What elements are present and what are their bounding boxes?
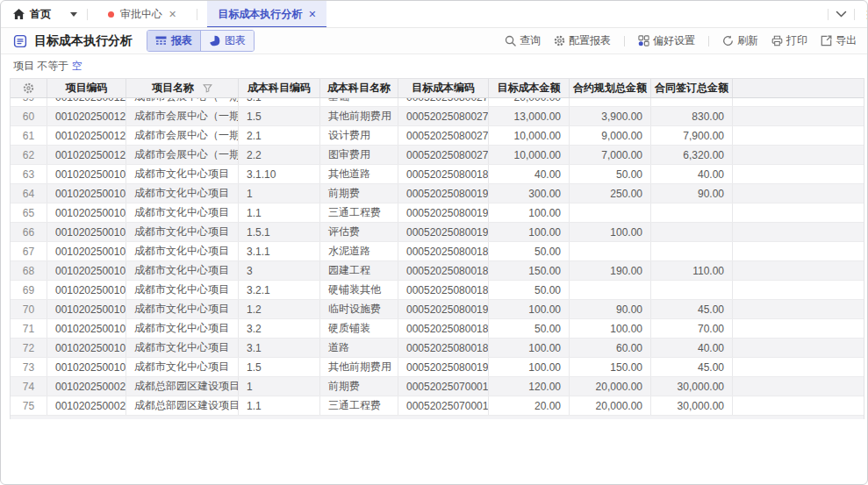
column-settings-gear-icon[interactable] [11, 79, 47, 97]
column-header-target_code[interactable]: 目标成本编码 [398, 79, 489, 97]
table-row[interactable]: 69001020250010成都市文化中心项目3.2.1硬铺装其他0005202… [11, 281, 864, 300]
cell-subject_name: 道路 [320, 339, 398, 357]
home-label: 首页 [30, 7, 51, 22]
column-header-signed_amount[interactable]: 合同签订总金额 [651, 79, 733, 97]
cell-signed_amount [651, 281, 733, 299]
table-row[interactable]: 67001020250010成都市文化中心项目3.1.1水泥道路00052025… [11, 242, 864, 261]
table-row[interactable]: 65001020250010成都市文化中心项目1.1三通工程费000520250… [11, 203, 864, 223]
tab-approval-center[interactable]: 审批中心 ✕ [97, 1, 187, 28]
filter-value-link[interactable]: 空 [72, 60, 82, 72]
home-tab[interactable]: 首页 [13, 7, 51, 22]
action-printer[interactable]: 打印 [771, 33, 807, 48]
cell-target_amount: 50.00 [489, 319, 570, 338]
filter-bar: 项目 不等于 空 [1, 54, 867, 77]
cell-blank [733, 339, 864, 357]
cell-project_code: 001020250010 [47, 281, 126, 299]
cell-blank [733, 126, 864, 145]
close-icon[interactable]: ✕ [308, 9, 316, 20]
cell-subject_code: 1.5 [239, 358, 320, 376]
tab-list-chevron-down-icon[interactable] [836, 11, 847, 18]
cell-subject_name: 图审费用 [320, 146, 398, 164]
cell-signed_amount: 30,000.00 [651, 396, 733, 415]
cell-project_name: 成都总部园区建设项目 [126, 396, 239, 415]
table-row[interactable]: 72001020250010成都市文化中心项目3.1道路000520250800… [11, 339, 864, 358]
cell-project_code: 001020250010 [47, 300, 126, 318]
cell-project_name: 成都市文化中心项目 [126, 203, 239, 222]
action-label: 偏好设置 [653, 33, 695, 48]
cell-plan_amount: 50.00 [570, 165, 651, 183]
cell-project_code: 001020250010 [47, 319, 126, 338]
cell-num: 75 [11, 396, 47, 415]
cell-target_code: 00052025080027 [398, 126, 489, 145]
view-toggle-chart[interactable]: 图表 [200, 31, 254, 51]
table-row[interactable]: 70001020250010成都市文化中心项目1.2临时设施费000520250… [11, 300, 864, 319]
action-gear[interactable]: 配置报表 [554, 33, 611, 48]
cell-plan_amount: 190.00 [570, 261, 651, 280]
cell-num: 61 [11, 126, 47, 145]
cell-project_code: 001020250010 [47, 203, 126, 222]
cell-target_amount: 100.00 [489, 358, 570, 376]
table-row[interactable]: 64001020250010成都市文化中心项目1前期费0005202508001… [11, 184, 864, 203]
cell-plan_amount: 60.00 [570, 339, 651, 357]
view-toggle: 报表 图表 [147, 30, 255, 52]
cell-signed_amount: 40.00 [651, 339, 733, 357]
table-row[interactable]: 74001020250002成都总部园区建设项目1前期费000520250700… [11, 377, 864, 396]
cell-subject_name: 其他前期费用 [320, 107, 398, 125]
table-row[interactable]: 61001020250012成都市会展中心（一期）项目2.1设计费用000520… [11, 126, 864, 146]
column-header-target_amount[interactable]: 目标成本金额 [489, 79, 570, 97]
table-row[interactable]: 68001020250010成都市文化中心项目3园建工程000520250800… [11, 261, 864, 281]
cell-subject_name: 三通工程费 [320, 396, 398, 415]
cell-project_name: 成都市文化中心项目 [126, 184, 239, 203]
table-row[interactable]: 59001020250012成都市会展中心（一期）项目3.1基础00052025… [11, 98, 864, 107]
view-toggle-report[interactable]: 报表 [147, 31, 200, 51]
column-header-label: 成本科目编码 [247, 81, 311, 96]
column-header-plan_amount[interactable]: 合约规划总金额 [570, 79, 651, 97]
column-header-project_code[interactable]: 项目编码 [47, 79, 126, 97]
cell-project_name: 成都市文化中心项目 [126, 281, 239, 299]
cell-target_code: 00052025070001 [398, 377, 489, 396]
table-row[interactable]: 66001020250010成都市文化中心项目1.5.1评估费000520250… [11, 223, 864, 242]
table-row[interactable]: 63001020250010成都市文化中心项目3.1.10其他道路0005202… [11, 165, 864, 184]
action-apps-grid[interactable]: 偏好设置 [638, 33, 695, 48]
table-row[interactable]: 71001020250010成都市文化中心项目3.2硬质铺装0005202508… [11, 319, 864, 339]
cell-project_code: 001020250002 [47, 377, 126, 396]
tab-target-cost-analysis[interactable]: 目标成本执行分析 ✕ [207, 1, 326, 28]
close-icon[interactable]: ✕ [169, 9, 176, 20]
home-caret-down-icon[interactable] [70, 12, 77, 17]
filter-funnel-icon[interactable] [203, 83, 212, 93]
column-header-subject_code[interactable]: 成本科目编码 [239, 79, 320, 97]
cell-target_amount: 100.00 [489, 203, 570, 222]
cell-target_code: 00052025080018 [398, 261, 489, 280]
action-refresh[interactable]: 刷新 [722, 33, 758, 48]
cell-subject_name: 园建工程 [320, 261, 398, 280]
cell-subject_code: 1.5.1 [239, 223, 320, 241]
cell-blank [733, 98, 864, 106]
cell-subject_code: 1.1 [239, 396, 320, 415]
cell-num: 68 [11, 261, 47, 280]
cell-subject_name: 硬铺装其他 [320, 281, 398, 299]
cell-project_code: 001020250010 [47, 184, 126, 203]
tab-label: 目标成本执行分析 [218, 7, 302, 22]
table-row[interactable]: 62001020250012成都市会展中心（一期）项目2.2图审费用000520… [11, 146, 864, 165]
column-header-project_name[interactable]: 项目名称 [126, 79, 239, 97]
cell-target_amount: 50.00 [489, 242, 570, 260]
cell-target_amount: 100.00 [489, 223, 570, 241]
cell-plan_amount: 9,000.00 [570, 126, 651, 145]
cell-project_name: 成都市会展中心（一期）项目 [126, 146, 239, 164]
table-row[interactable]: 60001020250012成都市会展中心（一期）项目1.5其他前期费用0005… [11, 107, 864, 126]
cell-plan_amount: 20,000.00 [570, 377, 651, 396]
more-options-icon[interactable]: ⋮ [862, 8, 867, 21]
column-header-label: 目标成本金额 [498, 81, 561, 96]
action-search[interactable]: 查询 [505, 33, 541, 48]
cell-blank [733, 203, 864, 222]
cell-num: 66 [11, 223, 47, 241]
action-export[interactable]: 导出 [821, 33, 857, 48]
table-row[interactable]: 75001020250002成都总部园区建设项目1.1三通工程费00052025… [11, 396, 864, 416]
cell-target_amount: 40.00 [489, 165, 570, 183]
cell-blank [733, 261, 864, 280]
column-header-subject_name[interactable]: 成本科目名称 [320, 79, 398, 97]
cell-subject_name: 前期费 [320, 184, 398, 203]
table-row[interactable]: 73001020250010成都市文化中心项目1.5其他前期费用00052025… [11, 358, 864, 377]
column-header-label: 合约规划总金额 [573, 81, 647, 96]
printer-icon [771, 35, 783, 46]
